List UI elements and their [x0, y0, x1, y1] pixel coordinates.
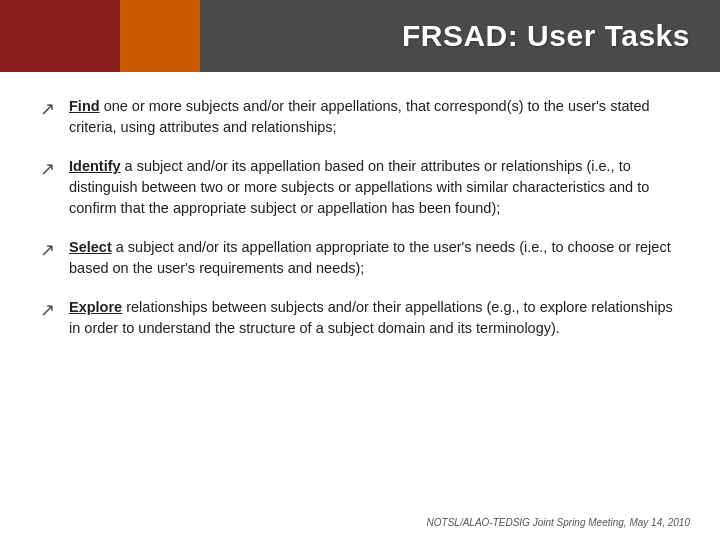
bullet-select: ↗ Select a subject and/or its appellatio…: [40, 237, 680, 279]
bullet-text-identify: Identify a subject and/or its appellatio…: [69, 156, 680, 219]
bullet-text-select: Select a subject and/or its appellation …: [69, 237, 680, 279]
header: FRSAD: User Tasks: [0, 0, 720, 72]
content-area: ↗ Find one or more subjects and/or their…: [0, 72, 720, 509]
arrow-icon-identify: ↗: [40, 157, 55, 182]
bullet-explore: ↗ Explore relationships between subjects…: [40, 297, 680, 339]
footer: NOTSL/ALAO-TEDSIG Joint Spring Meeting, …: [0, 509, 720, 540]
header-accent-orange: [120, 0, 200, 72]
keyword-select: Select: [69, 239, 112, 255]
keyword-identify: Identify: [69, 158, 121, 174]
keyword-explore: Explore: [69, 299, 122, 315]
header-accent-red: [0, 0, 120, 72]
bullet-identify: ↗ Identify a subject and/or its appellat…: [40, 156, 680, 219]
bullet-text-explore: Explore relationships between subjects a…: [69, 297, 680, 339]
footer-text: NOTSL/ALAO-TEDSIG Joint Spring Meeting, …: [427, 517, 690, 528]
keyword-find: Find: [69, 98, 100, 114]
arrow-icon-select: ↗: [40, 238, 55, 263]
slide-title: FRSAD: User Tasks: [402, 19, 690, 53]
bullet-text-find: Find one or more subjects and/or their a…: [69, 96, 680, 138]
arrow-icon-explore: ↗: [40, 298, 55, 323]
arrow-icon-find: ↗: [40, 97, 55, 122]
slide: FRSAD: User Tasks ↗ Find one or more sub…: [0, 0, 720, 540]
bullet-find: ↗ Find one or more subjects and/or their…: [40, 96, 680, 138]
